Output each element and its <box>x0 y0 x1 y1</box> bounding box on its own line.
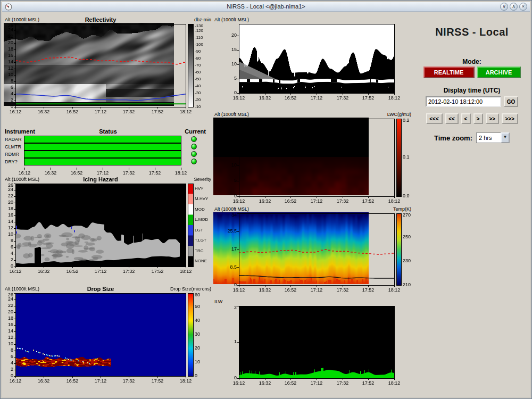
app-window: NIRSS - Local <@jlab-nima1> ∨ ∧ × Alt (1… <box>0 0 532 399</box>
time-step-buttons: <<< << < > >> >>> <box>413 113 531 124</box>
time-zoom-label: Time zoom: <box>434 134 472 142</box>
icing-hazard-panel: Alt (1000ft MSL) Icing Hazard Severity <box>4 176 212 275</box>
step-back-large-button[interactable]: <<< <box>426 113 443 124</box>
current-column-header: Current <box>185 128 206 135</box>
reflectivity-chart <box>4 23 212 115</box>
step-forward-small-button[interactable]: > <box>473 113 483 124</box>
drop-size-chart <box>4 292 212 385</box>
app-title: NIRSS - Local <box>413 26 531 38</box>
plot-title: Drop Size <box>87 286 114 292</box>
instrument-status-panel: Instrument Status Current RADAR CLMTR RD… <box>4 128 212 178</box>
ilw-panel: ILW <box>213 298 412 387</box>
alt-axis-label: Alt (1000ft MSL) <box>5 17 39 22</box>
status-bar <box>24 151 181 157</box>
plot-title: Icing Hazard <box>83 176 118 182</box>
step-back-medium-button[interactable]: << <box>445 113 459 124</box>
display-time-label: Display time (UTC) <box>413 87 531 94</box>
display-time-input[interactable] <box>426 96 501 107</box>
alt-axis-label: Alt (1000ft MSL) <box>214 17 249 22</box>
status-led-clmtr <box>191 144 197 149</box>
colorbar-label: Drop Size(microns) <box>170 286 211 292</box>
temperature-panel: Alt (1000ft MSL) Temp(K) <box>213 206 412 294</box>
alt-axis-label: Alt (1000ft MSL) <box>5 177 39 182</box>
alt-axis-label: Alt (1000ft MSL) <box>5 286 39 292</box>
step-back-small-button[interactable]: < <box>461 113 471 124</box>
maximize-button[interactable]: ∧ <box>510 3 518 11</box>
colorbar-label: Severity <box>194 177 211 182</box>
status-column-header: Status <box>99 128 117 135</box>
cloud-boundaries-chart <box>213 23 412 102</box>
alt-axis-label: Alt (1000ft MSL) <box>214 112 249 117</box>
plot-title: Reflectivity <box>85 16 117 23</box>
instrument-label-clmtr: CLMTR <box>5 144 21 149</box>
realtime-button[interactable]: REALTIME <box>423 66 475 78</box>
minimize-button[interactable]: ∨ <box>500 3 508 11</box>
status-led-dry <box>191 159 197 164</box>
plot-title: ILW <box>214 299 222 304</box>
alt-axis-label: Alt (1000ft MSL) <box>214 206 249 212</box>
status-bar <box>24 159 181 165</box>
step-forward-medium-button[interactable]: >> <box>486 113 499 124</box>
cloud-boundaries-panel: Alt (1000ft MSL) <box>213 16 412 102</box>
lwc-panel: Alt (1000ft MSL) LWC(g/m3) <box>213 111 412 205</box>
ilw-chart <box>213 305 412 387</box>
go-button[interactable]: GO <box>504 96 518 107</box>
time-zoom-value: 2 hrs <box>476 132 501 143</box>
status-bar <box>24 144 181 150</box>
close-button[interactable]: × <box>519 3 527 11</box>
window-title: NIRSS - Local <@jlab-nima1> <box>2 3 530 10</box>
colorbar-label: Temp(K) <box>393 206 411 212</box>
drop-size-panel: Alt (1000ft MSL) Drop Size Drop Size(mic… <box>4 286 212 385</box>
status-bars-box <box>24 136 181 165</box>
instrument-label-radar: RADAR <box>5 137 22 142</box>
temperature-chart <box>213 212 412 294</box>
colorbar-label: LWC(g/m3) <box>387 112 411 117</box>
control-panel: NIRSS - Local Mode: REALTIME ARCHIVE Dis… <box>413 23 531 161</box>
lwc-chart <box>213 118 412 205</box>
reflectivity-panel: Alt (1000ft MSL) Reflectivity dbz-min <box>4 16 212 115</box>
instrument-column-header: Instrument <box>5 128 35 135</box>
icing-hazard-chart <box>4 182 212 275</box>
archive-button[interactable]: ARCHIVE <box>477 66 521 78</box>
titlebar[interactable]: NIRSS - Local <@jlab-nima1> ∨ ∧ × <box>2 2 530 12</box>
instrument-label-dry: DRY? <box>5 159 18 164</box>
step-forward-large-button[interactable]: >>> <box>502 113 518 124</box>
chevron-down-icon[interactable]: ▼ <box>501 132 510 143</box>
instrument-label-rdmr: RDMR <box>5 152 19 157</box>
colorbar-label: dbz-min <box>194 17 211 22</box>
time-zoom-select[interactable]: 2 hrs ▼ <box>476 132 510 143</box>
mode-label: Mode: <box>413 58 531 65</box>
status-led-radar <box>191 136 197 142</box>
status-led-rdmr <box>191 151 197 157</box>
status-bar <box>24 136 181 143</box>
